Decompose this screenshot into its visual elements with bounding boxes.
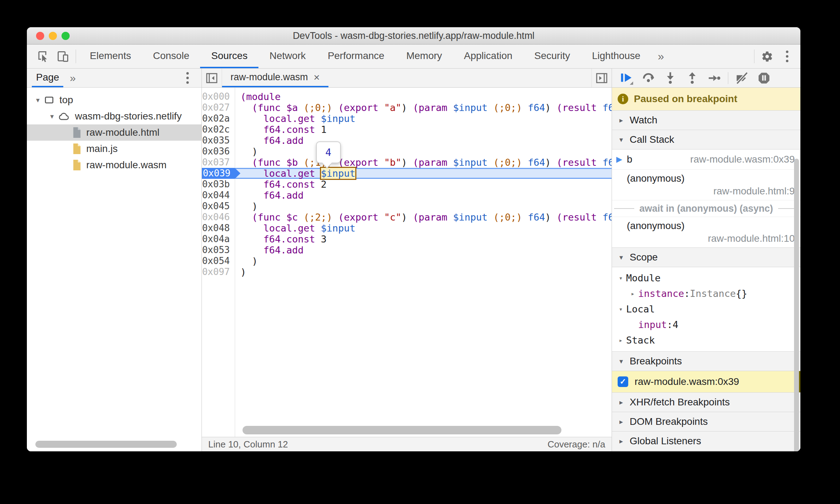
breakpoint-entry[interactable]: ✓raw-module.wasm:0x39 (612, 371, 800, 393)
code-line[interactable]: 0x046 (func $c (;2;) (export "c") (param… (202, 212, 612, 223)
minimize-window-button[interactable] (49, 32, 57, 40)
device-toolbar-button[interactable] (53, 45, 73, 68)
gutter-address[interactable]: 0x045 (202, 201, 235, 212)
code-line[interactable]: 0x027 (func $a (;0;) (export "a") (param… (202, 102, 612, 113)
tab-memory[interactable]: Memory (395, 45, 453, 68)
call-stack-frame[interactable]: (anonymous)raw-module.html:10 (612, 217, 800, 248)
tab-network[interactable]: Network (258, 45, 317, 68)
tab-application[interactable]: Application (453, 45, 523, 68)
step-out-button[interactable] (681, 70, 703, 86)
code-line[interactable]: 0x04a f64.const 3 (202, 234, 612, 245)
debugger-vertical-scrollbar[interactable] (794, 159, 799, 451)
tree-item-top[interactable]: ▾top (27, 92, 202, 108)
scope-entry-stack[interactable]: ▸Stack (612, 332, 800, 348)
inspect-element-button[interactable] (33, 45, 53, 68)
gutter-address[interactable]: 0x03b (202, 179, 235, 190)
execution-line[interactable]: 0x039 local.get $input4 (202, 168, 612, 179)
tree-expand-icon[interactable]: ▾ (46, 112, 58, 121)
gutter-address[interactable]: 0x044 (202, 190, 235, 201)
gutter-address[interactable]: 0x048 (202, 223, 235, 234)
gutter-address[interactable]: 0x037 (202, 157, 235, 168)
gutter-address[interactable]: 0x053 (202, 245, 235, 256)
section-breakpoints[interactable]: ▾ Breakpoints (612, 351, 800, 371)
evaluated-expression-highlight[interactable]: $input4 (321, 168, 356, 179)
more-panels-button[interactable]: » (651, 45, 670, 68)
code-line[interactable]: 0x035 f64.add (202, 135, 612, 146)
navigator-menu-button[interactable] (178, 72, 197, 84)
code-line[interactable]: 0x037 (func $b (;1;) (export "b") (param… (202, 157, 612, 168)
deactivate-breakpoints-button[interactable] (731, 70, 753, 86)
step-into-button[interactable] (659, 70, 681, 86)
editor-tab-raw-module-wasm[interactable]: raw-module.wasm × (222, 69, 328, 87)
tab-console[interactable]: Console (142, 45, 200, 68)
tab-lighthouse[interactable]: Lighthouse (581, 45, 651, 68)
tab-security[interactable]: Security (523, 45, 581, 68)
scope-entry-input[interactable]: input: 4 (612, 317, 800, 332)
gutter-address[interactable]: 0x097 (202, 266, 235, 277)
tree-item-raw-module-wasm[interactable]: raw-module.wasm (27, 157, 202, 173)
settings-button[interactable] (757, 45, 777, 68)
gutter-address[interactable]: 0x036 (202, 146, 235, 157)
call-stack-frame[interactable]: (anonymous)raw-module.html:9 (612, 170, 800, 200)
navigator-more-tabs-button[interactable]: » (63, 69, 82, 87)
section-global-listeners[interactable]: ▸Global Listeners (612, 431, 800, 451)
tree-expand-icon[interactable]: ▾ (32, 96, 44, 104)
navigator-horizontal-scrollbar[interactable] (35, 441, 177, 448)
collapse-navigator-button[interactable] (202, 69, 222, 87)
tree-item-wasm-dbg-stories-netlify[interactable]: ▾wasm-dbg-stories.netlify (27, 108, 202, 124)
tab-page[interactable]: Page (32, 69, 63, 87)
code-line[interactable]: 0x03b f64.const 2 (202, 179, 612, 190)
code-line[interactable]: 0x053 f64.add (202, 245, 612, 256)
tab-performance[interactable]: Performance (317, 45, 395, 68)
section-dom-breakpoints[interactable]: ▸DOM Breakpoints (612, 412, 800, 432)
code-line[interactable]: 0x045 ) (202, 201, 612, 212)
title-bar[interactable]: DevTools - wasm-dbg-stories.netlify.app/… (27, 27, 800, 45)
code-line[interactable]: 0x02c f64.const 1 (202, 124, 612, 135)
tree-item-main-js[interactable]: main.js (27, 141, 202, 157)
code-token: f64.const (263, 179, 315, 190)
gutter-address[interactable]: 0x054 (202, 256, 235, 266)
breakpoint-checkbox[interactable]: ✓ (618, 376, 628, 387)
resume-button[interactable] (616, 70, 637, 86)
scope-entry-instance[interactable]: ▸instance: Instance {} (612, 286, 800, 301)
gutter-address[interactable]: 0x04a (202, 234, 235, 245)
scope-entry-module[interactable]: ▾Module (612, 270, 800, 286)
code-line[interactable]: 0x044 f64.add (202, 190, 612, 201)
call-stack-frame[interactable]: ▶braw-module.wasm:0x39 (612, 150, 800, 170)
gutter-address[interactable]: 0x046 (202, 212, 235, 223)
gutter-address[interactable]: 0x02a (202, 113, 235, 124)
scope-entry-local[interactable]: ▾Local (612, 301, 800, 317)
execution-pointer-gutter[interactable]: 0x039 (202, 168, 240, 179)
scope-expand-icon[interactable]: ▸ (628, 290, 638, 297)
scope-expand-icon[interactable]: ▸ (616, 336, 626, 344)
section-call-stack[interactable]: ▾ Call Stack (612, 130, 800, 150)
code-line[interactable]: 0x097) (202, 266, 612, 277)
pause-on-exceptions-button[interactable] (753, 70, 775, 86)
scope-expand-icon[interactable]: ▾ (616, 274, 626, 282)
tree-item-raw-module-html[interactable]: raw-module.html (27, 124, 202, 141)
section-watch[interactable]: ▸ Watch (612, 110, 800, 130)
section-xhr-fetch-breakpoints[interactable]: ▸XHR/fetch Breakpoints (612, 392, 800, 412)
code-line[interactable]: 0x054 ) (202, 256, 612, 266)
code-line[interactable]: 0x036 ) (202, 146, 612, 157)
step-over-button[interactable] (637, 70, 659, 86)
editor-horizontal-scrollbar[interactable] (243, 426, 561, 434)
code-line[interactable]: 0x02a local.get $input (202, 113, 612, 124)
close-window-button[interactable] (36, 32, 44, 40)
gutter-address[interactable]: 0x000 (202, 91, 235, 102)
tab-sources[interactable]: Sources (200, 45, 258, 68)
zoom-window-button[interactable] (62, 32, 70, 40)
code-line[interactable]: 0x048 local.get $input (202, 223, 612, 234)
gutter-address[interactable]: 0x035 (202, 135, 235, 146)
code-line[interactable]: 0x000(module (202, 91, 612, 102)
devtools-menu-button[interactable] (777, 45, 797, 68)
section-scope[interactable]: ▾ Scope (612, 247, 800, 267)
gutter-address[interactable]: 0x02c (202, 124, 235, 135)
tab-elements[interactable]: Elements (79, 45, 142, 68)
close-tab-icon[interactable]: × (314, 72, 320, 83)
gutter-address[interactable]: 0x027 (202, 102, 235, 113)
step-button[interactable] (703, 70, 725, 86)
editor-pane-right-button[interactable] (591, 69, 612, 87)
source-code-editor[interactable]: 0x000(module0x027 (func $a (;0;) (export… (202, 88, 612, 437)
scope-expand-icon[interactable]: ▾ (616, 305, 626, 313)
